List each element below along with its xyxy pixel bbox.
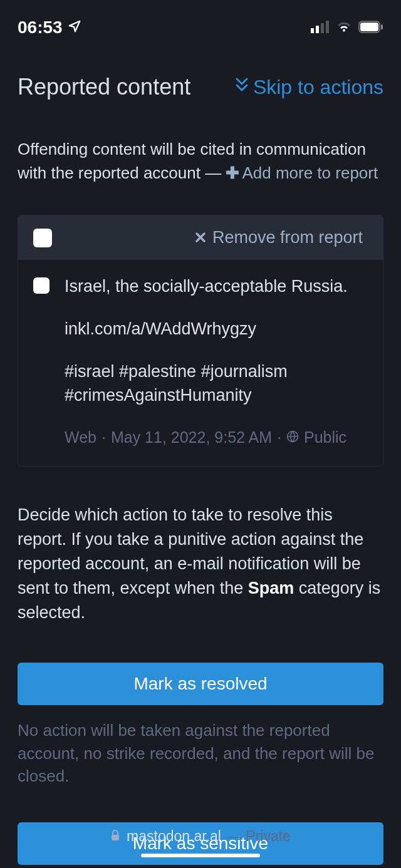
post-hashtags: #israel #palestine #journalism #crimesAg…: [65, 360, 368, 408]
meta-dot: ·: [277, 426, 281, 448]
status-bar: 06:53: [0, 0, 401, 55]
post-content: Israel, the socially-acceptable Russia. …: [65, 275, 368, 448]
remove-from-report-button[interactable]: Remove from report: [195, 228, 368, 247]
url-host: mastodon.ar.al: [127, 828, 221, 845]
plus-icon: ✚: [226, 163, 239, 182]
remove-label: Remove from report: [212, 228, 363, 247]
svg-rect-2: [321, 23, 324, 33]
home-indicator[interactable]: [141, 854, 260, 857]
reported-post-card: Remove from report Israel, the socially-…: [18, 215, 383, 466]
wifi-icon: [336, 18, 352, 38]
browser-bottom-bar: mastodon.ar.al — Private: [0, 824, 401, 868]
post-card-header: Remove from report: [18, 215, 383, 260]
status-left: 06:53: [18, 18, 81, 38]
status-right: [311, 18, 383, 38]
post-visibility: Public: [304, 426, 346, 448]
close-icon: [195, 228, 206, 247]
select-all-checkbox[interactable]: [33, 229, 52, 247]
mark-resolved-button[interactable]: Mark as resolved: [18, 663, 383, 705]
header-row: Reported content Skip to actions: [18, 74, 383, 100]
post-text: Israel, the socially-acceptable Russia.: [65, 275, 368, 299]
add-more-link[interactable]: ✚Add more to report: [226, 163, 378, 182]
svg-rect-5: [360, 23, 378, 31]
post-source: Web: [65, 426, 96, 448]
globe-icon: [286, 426, 299, 448]
skip-to-actions-link[interactable]: Skip to actions: [234, 76, 383, 99]
post-link: inkl.com/a/WAddWrhygzy: [65, 318, 368, 341]
post-body: Israel, the socially-acceptable Russia. …: [18, 260, 383, 465]
lock-icon: [110, 828, 120, 845]
svg-rect-10: [112, 835, 119, 840]
status-time: 06:53: [18, 18, 63, 38]
svg-rect-0: [311, 28, 314, 33]
page-title: Reported content: [18, 74, 190, 100]
url-row[interactable]: mastodon.ar.al — Private: [110, 828, 291, 845]
decision-bold: Spam: [248, 579, 294, 597]
svg-rect-1: [316, 26, 319, 33]
post-date: May 11, 2022, 9:52 AM: [111, 426, 272, 448]
decision-text: Decide which action to take to resolve t…: [18, 503, 383, 626]
chevron-double-down-icon: [234, 76, 249, 99]
skip-link-label: Skip to actions: [253, 76, 383, 99]
location-arrow-icon: [68, 18, 81, 38]
svg-rect-6: [381, 24, 383, 29]
url-private: — Private: [227, 828, 291, 845]
signal-icon: [311, 18, 330, 38]
post-checkbox[interactable]: [33, 277, 49, 294]
add-more-label: Add more to report: [242, 163, 378, 182]
intro-text: Offending content will be cited in commu…: [18, 138, 383, 185]
svg-rect-3: [326, 21, 329, 33]
post-meta: Web · May 11, 2022, 9:52 AM · Public: [65, 426, 368, 448]
mark-resolved-desc: No action will be taken against the repo…: [18, 719, 383, 787]
battery-icon: [358, 18, 383, 38]
meta-dot: ·: [102, 426, 106, 448]
main-content: Reported content Skip to actions Offendi…: [0, 55, 401, 865]
